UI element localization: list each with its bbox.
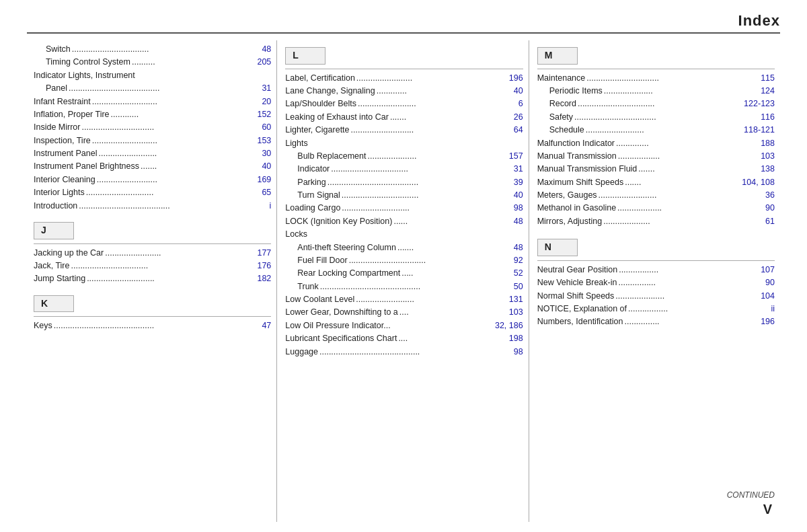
entry-text: Jacking up the Car — [34, 247, 104, 260]
entry-page: 103 — [761, 150, 775, 163]
entry-text: Jump Starting — [34, 272, 85, 285]
entry-page: 48 — [514, 241, 523, 254]
entry-text: Malfunction Indicator — [537, 137, 615, 150]
entry-page: 138 — [761, 163, 775, 176]
entry-text: Parking — [285, 176, 325, 189]
entry-page: 40 — [514, 189, 523, 202]
entry: Jacking up the Car .....................… — [34, 247, 271, 260]
entry-text: Panel — [34, 82, 67, 95]
entry-text: Timing Control System — [34, 56, 130, 69]
entry: Lubricant Specifications Chart .... 198 — [285, 332, 523, 345]
entry-text: Indicator Lights, Instrument — [34, 69, 135, 82]
content-columns: Switch .................................… — [27, 40, 780, 522]
entry: Normal Shift Speeds ....................… — [537, 290, 775, 303]
entry-page: 92 — [514, 254, 523, 267]
page: Index Switch ...........................… — [0, 0, 807, 532]
entry-text: Maximum Shift Speeds — [537, 176, 624, 189]
section-l-header: L — [285, 43, 523, 69]
entry-text: Inside Mirror — [34, 121, 80, 134]
entry-text: Trunk — [285, 280, 319, 293]
entry-text: Luggage — [285, 346, 318, 358]
entry-text: Lubricant Specifications Chart — [285, 332, 397, 345]
entry-page: 116 — [761, 111, 775, 124]
entry-page: 177 — [257, 247, 271, 260]
entry-page: 98 — [514, 202, 523, 215]
footer-continued: CONTINUED — [727, 490, 775, 500]
entry-text: Safety — [537, 111, 573, 124]
entry-page: 176 — [257, 260, 271, 272]
entry-text: Leaking of Exhaust into Car — [285, 111, 389, 124]
entry-text: Interior Lights — [34, 186, 85, 199]
entry-text: Rear Locking Compartment — [285, 267, 400, 280]
entry-text: Bulb Replacement — [285, 150, 366, 163]
entry-text: Normal Shift Speeds — [537, 290, 615, 303]
entry-text: Locks — [285, 228, 307, 241]
entry: Periodic Items ..................... 124 — [537, 85, 775, 98]
entry-page: 107 — [761, 264, 775, 276]
entry-text: Infant Restraint — [34, 96, 91, 108]
entry: Lane Change, Signaling ............. 40 — [285, 85, 523, 98]
entry-text: Lights — [285, 137, 307, 150]
entry: Timing Control System .......... 205 — [34, 56, 271, 69]
entry-page: i — [270, 200, 272, 213]
entry-text: Maintenance — [537, 72, 586, 85]
entry: New Vehicle Break-in ................ 90 — [537, 276, 775, 289]
entry-page: 198 — [509, 332, 523, 345]
entry: Label, Certification ...................… — [285, 72, 523, 85]
entry: NOTICE, Explanation of .................… — [537, 303, 775, 315]
entry-page: 36 — [765, 189, 775, 202]
section-letter: N — [537, 239, 578, 256]
column-right: M Maintenance ..........................… — [529, 40, 780, 522]
footer-page-number: V — [763, 502, 772, 517]
column-left: Switch .................................… — [27, 40, 277, 522]
entry-text: Inspection, Tire — [34, 135, 91, 147]
entry-page: 48 — [514, 215, 523, 228]
entry: Panel ..................................… — [34, 82, 271, 95]
entry-text: Mirrors, Adjusting — [537, 215, 603, 228]
section-m-header: M — [537, 43, 775, 69]
entry: Parking ................................… — [285, 176, 523, 189]
entry: Schedule ......................... 118-1… — [537, 124, 775, 137]
section-letter: J — [34, 222, 74, 239]
entry-text: Interior Cleaning — [34, 174, 95, 186]
entry-page: 196 — [509, 72, 523, 85]
entry-page: 188 — [761, 137, 775, 150]
entry-text: Lower Gear, Downshifting to a — [285, 306, 397, 319]
entry-page: 104, 108 — [742, 176, 775, 189]
entry: Jump Starting ..........................… — [34, 272, 271, 285]
entry-text: Schedule — [537, 124, 584, 137]
entry-page: 64 — [514, 124, 523, 137]
entry-page: 30 — [262, 147, 271, 160]
entry-text: Methanol in Gasoline — [537, 202, 616, 215]
entry: Manual Transmission Fluid ....... 138 — [537, 163, 775, 176]
entry-page: 98 — [514, 346, 523, 358]
entry-text: Turn Signal — [285, 189, 340, 202]
entry-text: Introduction — [34, 200, 77, 213]
entry: Bulb Replacement ..................... 1… — [285, 150, 523, 163]
entry-text: Manual Transmission Fluid — [537, 163, 638, 176]
entry-page: 31 — [514, 163, 523, 176]
entry-text: New Vehicle Break-in — [537, 276, 617, 289]
entry-page: 152 — [257, 108, 271, 121]
section-n-header: N — [537, 235, 775, 261]
section-letter: M — [537, 47, 578, 65]
entry: Neutral Gear Position ................. … — [537, 264, 775, 276]
entry: Infant Restraint .......................… — [34, 96, 271, 108]
entry-page: 205 — [257, 56, 271, 69]
entry-page: 32, 186 — [495, 319, 523, 332]
entry-page: 115 — [761, 72, 775, 85]
entry-page: 65 — [262, 186, 271, 199]
entry-page: 124 — [761, 85, 775, 98]
entry: Luggage ................................… — [285, 346, 523, 358]
entry-text: LOCK (Ignition Key Position) — [285, 215, 392, 228]
entry-page: 157 — [509, 150, 523, 163]
entry-text: Label, Certification — [285, 72, 355, 85]
page-title: Index — [738, 12, 780, 30]
section-letter: L — [285, 47, 325, 65]
entry: Trunk ..................................… — [285, 280, 523, 293]
entry: Maximum Shift Speeds ....... 104, 108 — [537, 176, 775, 189]
entry: Mirrors, Adjusting .................... … — [537, 215, 775, 228]
entry-text: Lane Change, Signaling — [285, 85, 375, 98]
column-mid: L Label, Certification .................… — [277, 40, 529, 522]
entry: Low Oil Pressure Indicator... 32, 186 — [285, 319, 523, 332]
